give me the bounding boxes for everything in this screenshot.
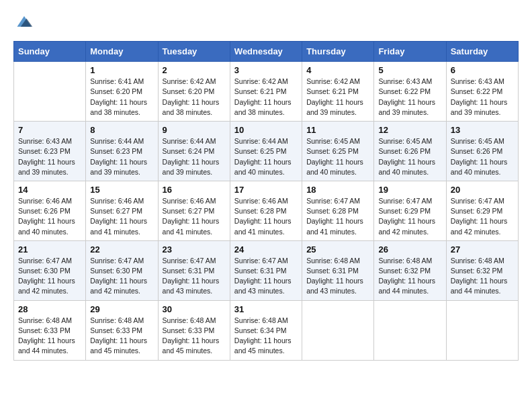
day-info: Sunrise: 6:47 AMSunset: 6:30 PMDaylight:…	[90, 256, 153, 297]
day-info: Sunrise: 6:46 AMSunset: 6:28 PMDaylight:…	[234, 196, 298, 237]
calendar-cell: 16Sunrise: 6:46 AMSunset: 6:27 PMDayligh…	[158, 181, 230, 240]
calendar-cell: 27Sunrise: 6:48 AMSunset: 6:32 PMDayligh…	[446, 240, 518, 300]
days-of-week-row: SundayMondayTuesdayWednesdayThursdayFrid…	[14, 42, 519, 62]
day-info: Sunrise: 6:48 AMSunset: 6:33 PMDaylight:…	[163, 316, 226, 357]
logo-text	[13, 13, 34, 30]
day-info: Sunrise: 6:47 AMSunset: 6:31 PMDaylight:…	[234, 256, 298, 297]
calendar-body: 1Sunrise: 6:41 AMSunset: 6:20 PMDaylight…	[14, 62, 519, 360]
day-number: 9	[163, 125, 226, 135]
calendar-cell: 26Sunrise: 6:48 AMSunset: 6:32 PMDayligh…	[374, 240, 446, 300]
day-number: 6	[451, 65, 514, 75]
calendar-cell: 24Sunrise: 6:47 AMSunset: 6:31 PMDayligh…	[230, 240, 302, 300]
calendar-cell: 25Sunrise: 6:48 AMSunset: 6:31 PMDayligh…	[302, 240, 374, 300]
day-number: 3	[234, 65, 298, 75]
calendar-cell: 3Sunrise: 6:42 AMSunset: 6:21 PMDaylight…	[230, 62, 302, 122]
day-of-week-monday: Monday	[86, 42, 158, 62]
day-number: 14	[18, 185, 81, 195]
day-info: Sunrise: 6:45 AMSunset: 6:26 PMDaylight:…	[378, 136, 441, 177]
calendar-cell: 22Sunrise: 6:47 AMSunset: 6:30 PMDayligh…	[86, 240, 158, 300]
day-info: Sunrise: 6:43 AMSunset: 6:22 PMDaylight:…	[378, 77, 441, 118]
day-info: Sunrise: 6:42 AMSunset: 6:20 PMDaylight:…	[163, 77, 226, 118]
day-info: Sunrise: 6:48 AMSunset: 6:33 PMDaylight:…	[90, 316, 153, 357]
day-of-week-sunday: Sunday	[14, 42, 86, 62]
day-of-week-tuesday: Tuesday	[158, 42, 230, 62]
day-number: 5	[378, 65, 441, 75]
day-info: Sunrise: 6:47 AMSunset: 6:29 PMDaylight:…	[378, 196, 441, 237]
calendar-cell	[302, 300, 374, 360]
day-number: 30	[163, 304, 226, 314]
calendar-cell	[14, 62, 86, 122]
page-header	[13, 13, 519, 30]
day-number: 28	[18, 304, 81, 314]
day-number: 17	[234, 185, 298, 195]
calendar-cell	[446, 300, 518, 360]
calendar-cell: 29Sunrise: 6:48 AMSunset: 6:33 PMDayligh…	[86, 300, 158, 360]
day-info: Sunrise: 6:47 AMSunset: 6:29 PMDaylight:…	[451, 196, 514, 237]
day-info: Sunrise: 6:47 AMSunset: 6:30 PMDaylight:…	[18, 256, 81, 297]
day-number: 12	[378, 125, 441, 135]
calendar-cell: 12Sunrise: 6:45 AMSunset: 6:26 PMDayligh…	[374, 122, 446, 181]
calendar-cell: 13Sunrise: 6:45 AMSunset: 6:26 PMDayligh…	[446, 122, 518, 181]
day-number: 7	[18, 125, 81, 135]
day-info: Sunrise: 6:47 AMSunset: 6:28 PMDaylight:…	[306, 196, 369, 237]
day-info: Sunrise: 6:48 AMSunset: 6:32 PMDaylight:…	[451, 256, 514, 297]
day-number: 4	[306, 65, 369, 75]
calendar-cell: 23Sunrise: 6:47 AMSunset: 6:31 PMDayligh…	[158, 240, 230, 300]
day-info: Sunrise: 6:48 AMSunset: 6:31 PMDaylight:…	[306, 256, 369, 297]
calendar-cell: 28Sunrise: 6:48 AMSunset: 6:33 PMDayligh…	[14, 300, 86, 360]
day-number: 21	[18, 244, 81, 255]
day-number: 23	[163, 244, 226, 255]
calendar-cell: 5Sunrise: 6:43 AMSunset: 6:22 PMDaylight…	[374, 62, 446, 122]
calendar-cell: 20Sunrise: 6:47 AMSunset: 6:29 PMDayligh…	[446, 181, 518, 240]
calendar-cell: 19Sunrise: 6:47 AMSunset: 6:29 PMDayligh…	[374, 181, 446, 240]
day-number: 2	[163, 65, 226, 75]
calendar-cell: 6Sunrise: 6:43 AMSunset: 6:22 PMDaylight…	[446, 62, 518, 122]
calendar-cell: 14Sunrise: 6:46 AMSunset: 6:26 PMDayligh…	[14, 181, 86, 240]
day-info: Sunrise: 6:41 AMSunset: 6:20 PMDaylight:…	[90, 77, 153, 118]
calendar-cell: 15Sunrise: 6:46 AMSunset: 6:27 PMDayligh…	[86, 181, 158, 240]
day-number: 20	[451, 185, 514, 195]
calendar-week-2: 7Sunrise: 6:43 AMSunset: 6:23 PMDaylight…	[14, 122, 519, 181]
calendar-cell	[374, 300, 446, 360]
day-number: 10	[234, 125, 298, 135]
day-number: 19	[378, 185, 441, 195]
calendar-cell: 4Sunrise: 6:42 AMSunset: 6:21 PMDaylight…	[302, 62, 374, 122]
day-number: 27	[451, 244, 514, 255]
day-of-week-saturday: Saturday	[446, 42, 518, 62]
day-number: 24	[234, 244, 298, 255]
day-info: Sunrise: 6:48 AMSunset: 6:33 PMDaylight:…	[18, 316, 81, 357]
day-of-week-wednesday: Wednesday	[230, 42, 302, 62]
day-number: 22	[90, 244, 153, 255]
day-info: Sunrise: 6:43 AMSunset: 6:23 PMDaylight:…	[18, 136, 81, 177]
calendar-cell: 18Sunrise: 6:47 AMSunset: 6:28 PMDayligh…	[302, 181, 374, 240]
day-info: Sunrise: 6:45 AMSunset: 6:26 PMDaylight:…	[451, 136, 514, 177]
day-info: Sunrise: 6:44 AMSunset: 6:23 PMDaylight:…	[90, 136, 153, 177]
calendar-week-3: 14Sunrise: 6:46 AMSunset: 6:26 PMDayligh…	[14, 181, 519, 240]
calendar-cell: 31Sunrise: 6:48 AMSunset: 6:34 PMDayligh…	[230, 300, 302, 360]
calendar-cell: 11Sunrise: 6:45 AMSunset: 6:25 PMDayligh…	[302, 122, 374, 181]
calendar-cell: 2Sunrise: 6:42 AMSunset: 6:20 PMDaylight…	[158, 62, 230, 122]
day-of-week-friday: Friday	[374, 42, 446, 62]
day-info: Sunrise: 6:46 AMSunset: 6:27 PMDaylight:…	[163, 196, 226, 237]
day-number: 16	[163, 185, 226, 195]
day-number: 26	[378, 244, 441, 255]
day-info: Sunrise: 6:43 AMSunset: 6:22 PMDaylight:…	[451, 77, 514, 118]
day-info: Sunrise: 6:46 AMSunset: 6:26 PMDaylight:…	[18, 196, 81, 237]
calendar-week-4: 21Sunrise: 6:47 AMSunset: 6:30 PMDayligh…	[14, 240, 519, 300]
calendar-cell: 8Sunrise: 6:44 AMSunset: 6:23 PMDaylight…	[86, 122, 158, 181]
day-number: 11	[306, 125, 369, 135]
calendar-week-5: 28Sunrise: 6:48 AMSunset: 6:33 PMDayligh…	[14, 300, 519, 360]
day-number: 15	[90, 185, 153, 195]
day-info: Sunrise: 6:46 AMSunset: 6:27 PMDaylight:…	[90, 196, 153, 237]
day-info: Sunrise: 6:42 AMSunset: 6:21 PMDaylight:…	[306, 77, 369, 118]
day-info: Sunrise: 6:42 AMSunset: 6:21 PMDaylight:…	[234, 77, 298, 118]
calendar-cell: 17Sunrise: 6:46 AMSunset: 6:28 PMDayligh…	[230, 181, 302, 240]
day-number: 1	[90, 65, 153, 75]
calendar-cell: 1Sunrise: 6:41 AMSunset: 6:20 PMDaylight…	[86, 62, 158, 122]
calendar-cell: 30Sunrise: 6:48 AMSunset: 6:33 PMDayligh…	[158, 300, 230, 360]
day-number: 29	[90, 304, 153, 314]
day-info: Sunrise: 6:45 AMSunset: 6:25 PMDaylight:…	[306, 136, 369, 177]
calendar-table: SundayMondayTuesdayWednesdayThursdayFrid…	[13, 41, 519, 360]
calendar-cell: 7Sunrise: 6:43 AMSunset: 6:23 PMDaylight…	[14, 122, 86, 181]
day-info: Sunrise: 6:48 AMSunset: 6:34 PMDaylight:…	[234, 316, 298, 357]
